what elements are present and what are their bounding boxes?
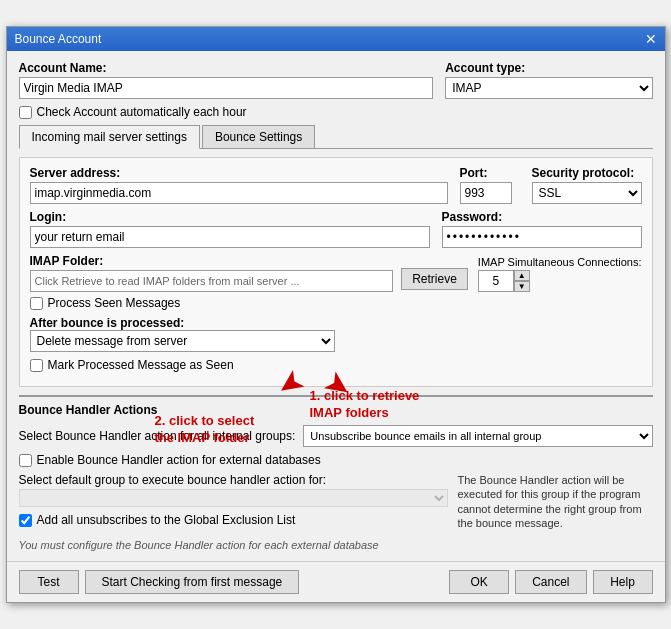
bounce-account-dialog: Bounce Account ✕ Account Name: Account t… <box>6 26 666 603</box>
footer-left: Test Start Checking from first message <box>19 570 300 594</box>
dialog-title: Bounce Account <box>15 32 102 46</box>
auto-check-row: Check Account automatically each hour <box>19 105 653 119</box>
server-settings-panel: Server address: Port: Security protocol:… <box>19 157 653 387</box>
mark-processed-checkbox[interactable] <box>30 359 43 372</box>
security-label: Security protocol: <box>532 166 642 180</box>
internal-groups-row: Select Bounce Handler action for all int… <box>19 425 653 447</box>
test-button[interactable]: Test <box>19 570 79 594</box>
imap-folder-row: IMAP Folder: Retrieve IMAP Simultaneous … <box>30 254 642 292</box>
account-type-label: Account type: <box>445 61 652 75</box>
global-exclusion-row: Add all unsubscribes to the Global Exclu… <box>19 513 448 527</box>
title-bar: Bounce Account ✕ <box>7 27 665 51</box>
internal-groups-label: Select Bounce Handler action for all int… <box>19 429 296 443</box>
bounce-handler-section: Bounce Handler Actions Select Bounce Han… <box>19 395 653 551</box>
process-seen-checkbox[interactable] <box>30 297 43 310</box>
simultaneous-input[interactable] <box>478 270 514 292</box>
auto-check-label: Check Account automatically each hour <box>37 105 247 119</box>
login-input[interactable] <box>30 226 430 248</box>
ok-button[interactable]: OK <box>449 570 509 594</box>
bottom-note: You must configure the Bounce Handler ac… <box>19 539 653 551</box>
mark-processed-row: Mark Processed Message as Seen <box>30 358 642 372</box>
password-input[interactable] <box>442 226 642 248</box>
default-group-row: Select default group to execute bounce h… <box>19 473 448 507</box>
spinner-down[interactable]: ▼ <box>514 281 530 292</box>
account-row: Account Name: Account type: IMAP POP3 <box>19 61 653 99</box>
server-address-row: Server address: Port: Security protocol:… <box>30 166 642 204</box>
account-name-label: Account Name: <box>19 61 434 75</box>
server-address-label: Server address: <box>30 166 448 180</box>
after-bounce-row: Delete message from server Mark as read … <box>30 330 642 352</box>
security-select[interactable]: SSL TLS None <box>532 182 642 204</box>
global-exclusion-checkbox[interactable] <box>19 514 32 527</box>
process-seen-label: Process Seen Messages <box>48 296 181 310</box>
global-exclusion-label: Add all unsubscribes to the Global Exclu… <box>37 513 296 527</box>
external-db-checkbox[interactable] <box>19 454 32 467</box>
retrieve-button[interactable]: Retrieve <box>401 268 468 290</box>
auto-check-checkbox[interactable] <box>19 106 32 119</box>
after-bounce-select[interactable]: Delete message from server Mark as read … <box>30 330 335 352</box>
default-group-container: Select default group to execute bounce h… <box>19 473 653 533</box>
tab-incoming-mail[interactable]: Incoming mail server settings <box>19 125 200 149</box>
footer: Test Start Checking from first message O… <box>7 561 665 602</box>
default-group-label: Select default group to execute bounce h… <box>19 473 327 487</box>
account-name-input[interactable] <box>19 77 434 99</box>
process-seen-row: Process Seen Messages <box>30 296 642 310</box>
port-input[interactable] <box>460 182 512 204</box>
spinner-buttons: ▲ ▼ <box>514 270 530 292</box>
tab-bounce-settings[interactable]: Bounce Settings <box>202 125 315 148</box>
handler-info: The Bounce Handler action will be execut… <box>458 473 653 533</box>
handler-info-text: The Bounce Handler action will be execut… <box>458 473 653 530</box>
after-bounce-label: After bounce is processed: <box>30 316 185 330</box>
default-group-left: Select default group to execute bounce h… <box>19 473 448 533</box>
account-type-select[interactable]: IMAP POP3 <box>445 77 652 99</box>
internal-groups-select[interactable]: Unsubscribe bounce emails in all interna… <box>303 425 652 447</box>
spinner-up[interactable]: ▲ <box>514 270 530 281</box>
login-password-row: Login: Password: <box>30 210 642 248</box>
dialog-body: Account Name: Account type: IMAP POP3 Ch… <box>7 51 665 561</box>
external-db-label: Enable Bounce Handler action for externa… <box>37 453 321 467</box>
simultaneous-spinner: ▲ ▼ <box>478 270 642 292</box>
simultaneous-label: IMAP Simultaneous Connections: <box>478 256 642 268</box>
external-db-row: Enable Bounce Handler action for externa… <box>19 453 653 467</box>
cancel-button[interactable]: Cancel <box>515 570 586 594</box>
port-label: Port: <box>460 166 520 180</box>
tabs-bar: Incoming mail server settings Bounce Set… <box>19 125 653 149</box>
start-checking-button[interactable]: Start Checking from first message <box>85 570 300 594</box>
password-label: Password: <box>442 210 642 224</box>
footer-right: OK Cancel Help <box>449 570 652 594</box>
login-label: Login: <box>30 210 430 224</box>
mark-processed-label: Mark Processed Message as Seen <box>48 358 234 372</box>
close-button[interactable]: ✕ <box>645 32 657 46</box>
help-button[interactable]: Help <box>593 570 653 594</box>
server-address-input[interactable] <box>30 182 448 204</box>
imap-folder-input[interactable] <box>30 270 394 292</box>
default-group-select[interactable] <box>19 489 448 507</box>
imap-folder-label: IMAP Folder: <box>30 254 394 268</box>
bounce-handler-title: Bounce Handler Actions <box>19 403 653 417</box>
